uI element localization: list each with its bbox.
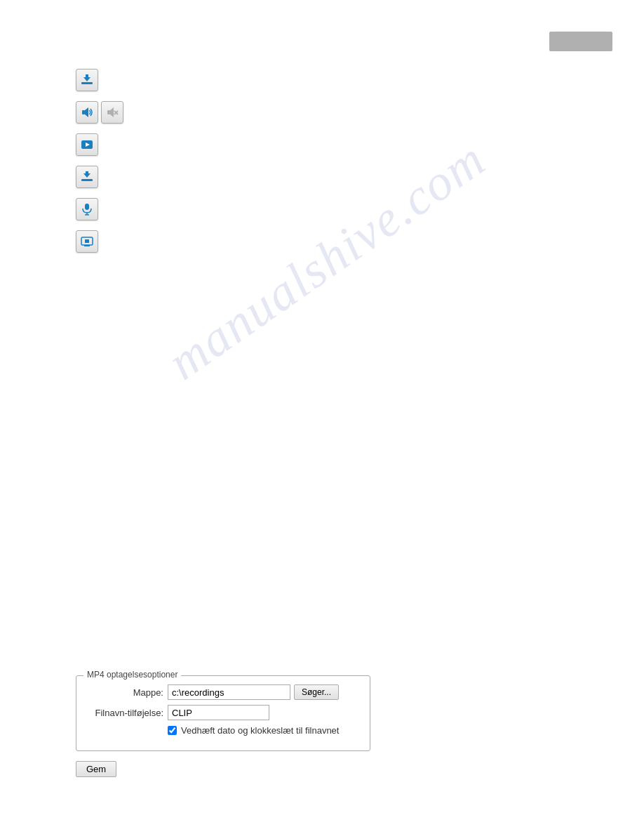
save-btn-row: Gem xyxy=(76,761,370,777)
watermark: manualshive.com xyxy=(157,130,496,392)
svg-rect-14 xyxy=(85,204,89,210)
svg-rect-11 xyxy=(81,179,93,181)
svg-rect-19 xyxy=(85,239,89,243)
icon-download[interactable] xyxy=(76,69,98,91)
date-checkbox[interactable] xyxy=(168,726,177,735)
folder-row: Mappe: Søger... xyxy=(86,684,360,700)
icon-volume-on[interactable] xyxy=(76,101,98,124)
mp4-box-title: MP4 optagelsesoptioner xyxy=(83,670,181,680)
filename-row: Filnavn-tilføjelse: xyxy=(86,705,360,720)
icon-camera-down[interactable] xyxy=(76,166,98,188)
icon-volume-row xyxy=(76,101,123,124)
svg-rect-5 xyxy=(107,110,110,114)
top-right-bar xyxy=(549,32,612,51)
svg-rect-0 xyxy=(81,82,93,84)
svg-rect-18 xyxy=(84,245,90,246)
icons-column xyxy=(76,69,123,253)
mp4-box: MP4 optagelsesoptioner Mappe: Søger... F… xyxy=(76,675,370,751)
svg-rect-13 xyxy=(86,171,88,176)
folder-label: Mappe: xyxy=(86,687,163,698)
folder-input[interactable] xyxy=(168,684,290,700)
icon-record[interactable] xyxy=(76,133,98,156)
save-button[interactable]: Gem xyxy=(76,761,116,777)
icon-screen-record[interactable] xyxy=(76,230,98,253)
svg-marker-4 xyxy=(85,107,88,117)
mp4-section: MP4 optagelsesoptioner Mappe: Søger... F… xyxy=(76,675,370,777)
svg-rect-3 xyxy=(82,110,85,114)
filename-input[interactable] xyxy=(168,705,269,720)
icon-volume-off[interactable] xyxy=(101,101,123,124)
svg-rect-2 xyxy=(86,74,88,79)
checkbox-label: Vedhæft dato og klokkeslæt til filnavnet xyxy=(181,725,339,736)
filename-label: Filnavn-tilføjelse: xyxy=(86,708,163,718)
checkbox-row: Vedhæft dato og klokkeslæt til filnavnet xyxy=(168,725,360,736)
browse-button[interactable]: Søger... xyxy=(294,684,339,700)
svg-marker-6 xyxy=(110,107,114,117)
icon-microphone[interactable] xyxy=(76,198,98,220)
